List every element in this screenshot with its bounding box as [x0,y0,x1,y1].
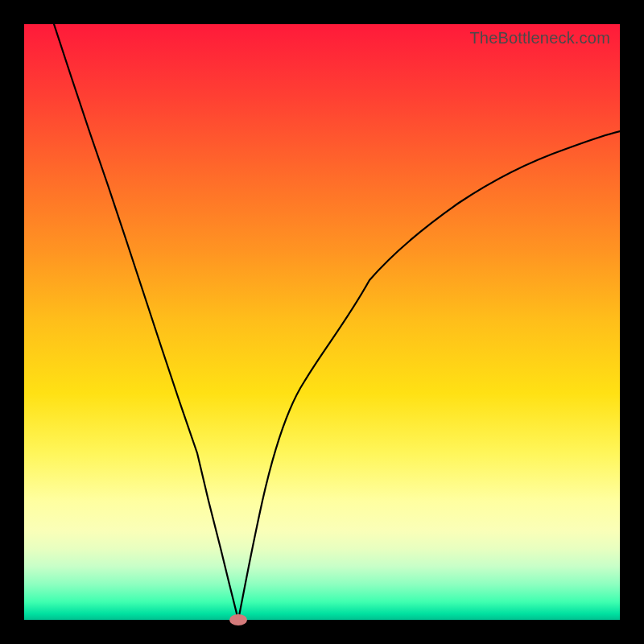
curve-left-branch [54,24,238,620]
curve-right-branch [238,131,620,620]
chart-frame: TheBottleneck.com [0,0,644,644]
bottleneck-curve [24,24,620,620]
plot-area: TheBottleneck.com [24,24,620,620]
vertex-marker [229,614,247,625]
